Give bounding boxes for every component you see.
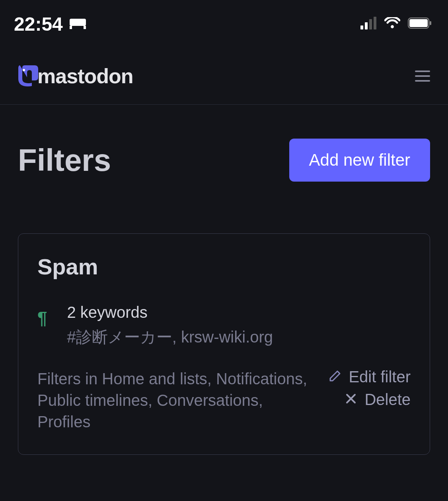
battery-icon	[407, 17, 432, 31]
filter-footer: Filters in Home and lists, Notifications…	[37, 368, 411, 433]
pilcrow-icon: ¶	[37, 308, 47, 328]
keyword-list: #診断メーカー, krsw-wiki.org	[67, 326, 273, 348]
status-left: 22:54	[14, 13, 87, 35]
filter-contexts: Filters in Home and lists, Notifications…	[37, 368, 313, 433]
svg-rect-2	[84, 26, 86, 29]
main-content: Filters Add new filter Spam ¶ 2 keywords…	[0, 105, 448, 455]
menu-icon[interactable]	[415, 70, 430, 82]
svg-rect-0	[70, 19, 86, 26]
svg-rect-5	[369, 19, 372, 29]
logo[interactable]: mastodon	[17, 64, 133, 88]
edit-filter-label: Edit filter	[349, 368, 411, 386]
bed-icon	[69, 16, 87, 32]
delete-filter-link[interactable]: Delete	[345, 391, 411, 409]
delete-filter-label: Delete	[364, 391, 411, 409]
keyword-info: 2 keywords #診断メーカー, krsw-wiki.org	[67, 303, 273, 348]
pencil-icon	[329, 368, 341, 386]
add-new-filter-button[interactable]: Add new filter	[289, 139, 430, 182]
filter-card: Spam ¶ 2 keywords #診断メーカー, krsw-wiki.org…	[18, 233, 430, 455]
svg-rect-4	[365, 22, 368, 29]
status-right	[360, 17, 432, 31]
svg-rect-8	[409, 19, 428, 27]
close-icon	[345, 391, 357, 409]
app-header: mastodon	[0, 52, 448, 105]
page-title: Filters	[18, 142, 111, 178]
svg-rect-6	[374, 17, 376, 29]
edit-filter-link[interactable]: Edit filter	[329, 368, 411, 386]
keyword-row: ¶ 2 keywords #診断メーカー, krsw-wiki.org	[37, 303, 411, 348]
svg-point-10	[23, 69, 25, 71]
svg-rect-1	[70, 26, 72, 29]
svg-rect-9	[430, 21, 431, 25]
mastodon-logo-icon	[17, 64, 40, 88]
keyword-count: 2 keywords	[67, 303, 273, 321]
svg-rect-3	[360, 25, 363, 29]
page-header: Filters Add new filter	[18, 139, 430, 182]
status-bar: 22:54	[0, 0, 448, 52]
filter-actions: Edit filter Delete	[329, 368, 411, 409]
status-time: 22:54	[14, 13, 63, 35]
filter-name: Spam	[37, 254, 411, 280]
wifi-icon	[384, 17, 400, 31]
brand-name: mastodon	[37, 64, 133, 88]
cellular-signal-icon	[360, 17, 377, 31]
